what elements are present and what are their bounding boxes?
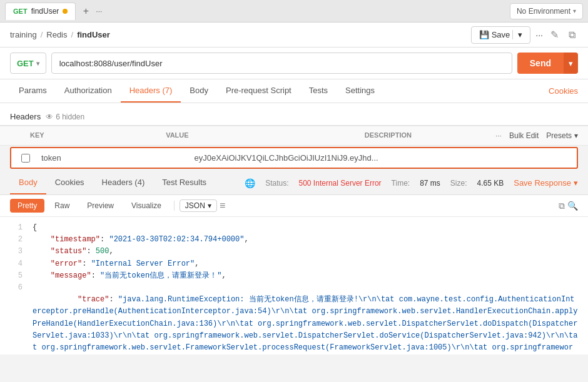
tab-tests[interactable]: Tests [300,79,337,103]
preview-button[interactable]: Preview [79,199,121,213]
save-icon: 💾 [479,30,489,39]
row-checkbox[interactable] [21,154,30,163]
save-chevron-icon[interactable]: ▾ [512,30,522,39]
hidden-badge: 👁 6 hidden [46,113,84,121]
save-button[interactable]: 💾 Save ▾ [471,26,531,44]
line-number: 5 [10,270,23,282]
format-bar: Pretty Raw Preview Visualize JSON ▾ ≡ ⧉ … [0,195,588,217]
resp-tab-test-results[interactable]: Test Results [153,171,215,194]
url-input[interactable] [51,53,512,74]
raw-button[interactable]: Raw [47,199,77,213]
time-value: 87 ms [420,179,440,188]
line-number: 6 [10,282,23,354]
bulk-edit-button[interactable]: Bulk Edit [509,131,539,140]
new-tab-button[interactable]: + [78,4,93,19]
tab-params[interactable]: Params [10,79,56,103]
env-label: No Environment [517,7,570,16]
json-error: "error": "Internal Server Error", [33,258,578,270]
header-key-col: KEY [30,126,161,145]
globe-icon: 🌐 [245,178,255,188]
send-chevron-icon: ▾ [569,59,573,68]
cookies-link[interactable]: Cookies [549,80,578,102]
json-line-5: 5 "message": "当前无token信息，请重新登录！", [10,270,578,282]
tab-authorization[interactable]: Authorization [56,79,121,103]
line-number: 2 [10,234,23,246]
breadcrumb-actions: 💾 Save ▾ ··· ✎ ⧉ [471,26,578,44]
line-number: 4 [10,258,23,270]
tab-bar: GET findUser + ··· No Environment ▾ [0,0,588,23]
json-trace: "trace": "java.lang.RuntimeException: 当前… [33,282,578,354]
save-response-label: Save Response [514,178,571,188]
presets-button[interactable]: Presets ▾ [546,131,578,140]
pretty-button[interactable]: Pretty [10,199,44,213]
json-body: 1 { 2 "timestamp": "2021-03-30T02:02:34.… [0,217,588,354]
hidden-count: 6 hidden [56,113,84,121]
send-main-button[interactable]: Send [517,53,564,74]
table-more-icon[interactable]: ··· [495,131,502,140]
response-status: 🌐 Status: 500 Internal Server Error Time… [245,178,578,188]
json-format-selector[interactable]: JSON ▾ [180,199,217,212]
method-label: GET [17,59,34,68]
tab-method-badge: GET [13,8,28,15]
breadcrumb-sep1: / [41,30,43,39]
line-number: 3 [10,246,23,258]
breadcrumb-more-button[interactable]: ··· [535,30,543,40]
status-label: Status: [265,179,288,188]
save-response-button[interactable]: Save Response ▾ [514,178,578,188]
response-tabs-bar: Body Cookies Headers (4) Test Results 🌐 … [0,171,588,195]
json-chevron-icon: ▾ [208,201,211,210]
save-label: Save [492,30,510,39]
tab-headers[interactable]: Headers (7) [121,79,181,103]
headers-title: Headers [10,112,41,121]
send-button[interactable]: Send ▾ [517,53,578,74]
breadcrumb-current: findUser [77,30,110,39]
header-actions-col: ··· Bulk Edit Presets ▾ [495,126,578,145]
tab-name: findUser [31,7,59,16]
presets-chevron-icon: ▾ [574,131,578,140]
search-icon-button[interactable]: 🔍 [567,201,578,211]
json-line-2: 2 "timestamp": "2021-03-30T02:02:34.794+… [10,234,578,246]
tab-prerequest[interactable]: Pre-request Script [217,79,300,103]
copy-icon-button[interactable]: ⧉ [566,27,578,43]
send-dropdown-button[interactable]: ▾ [564,53,578,74]
url-bar: GET ▾ Send ▾ [0,48,588,79]
time-label: Time: [392,179,410,188]
header-check-col [10,126,30,145]
status-value: 500 Internal Server Error [299,179,382,188]
resp-tab-body[interactable]: Body [10,171,46,194]
eye-icon: 👁 [46,113,53,121]
line-number: 1 [10,222,23,234]
headers-title-row: Headers 👁 6 hidden [10,108,578,125]
sort-icon-button[interactable]: ≡ [220,200,225,211]
resp-tab-headers[interactable]: Headers (4) [93,171,154,194]
environment-selector[interactable]: No Environment ▾ [510,3,583,19]
json-timestamp: "timestamp": "2021-03-30T02:02:34.794+00… [33,234,578,246]
tab-body[interactable]: Body [181,79,217,103]
tab-unsaved-dot [63,9,68,14]
json-message: "message": "当前无token信息，请重新登录！", [33,270,578,282]
json-line-1: 1 { [10,222,578,234]
tab-item-finduser[interactable]: GET findUser [5,3,76,20]
request-tabs: Params Authorization Headers (7) Body Pr… [0,79,588,103]
row-description [413,153,567,163]
resp-tab-cookies[interactable]: Cookies [46,171,93,194]
header-row-token: token eyJ0eXAiOiJKV1QiLCJhbGciOiJIUzI1Ni… [10,147,578,169]
breadcrumb-part2[interactable]: Redis [46,30,67,39]
presets-label: Presets [546,131,572,140]
json-line-6: 6 "trace": "java.lang.RuntimeException: … [10,282,578,354]
visualize-button[interactable]: Visualize [124,199,169,213]
copy-icon-button[interactable]: ⧉ [559,201,565,211]
header-value-col: VALUE [161,126,360,145]
tab-settings[interactable]: Settings [337,79,383,103]
method-selector[interactable]: GET ▾ [10,53,46,74]
table-header: KEY VALUE DESCRIPTION ··· Bulk Edit Pres… [0,126,588,146]
format-divider [174,201,175,211]
header-desc-col: DESCRIPTION [360,126,495,145]
breadcrumb-bar: training / Redis / findUser 💾 Save ▾ ···… [0,23,588,48]
breadcrumb: training / Redis / findUser [10,30,110,39]
edit-icon-button[interactable]: ✎ [548,26,561,43]
breadcrumb-part1[interactable]: training [10,30,37,39]
row-key: token [41,148,190,168]
json-brace-open: { [33,222,578,234]
tab-more-button[interactable]: ··· [96,7,102,16]
